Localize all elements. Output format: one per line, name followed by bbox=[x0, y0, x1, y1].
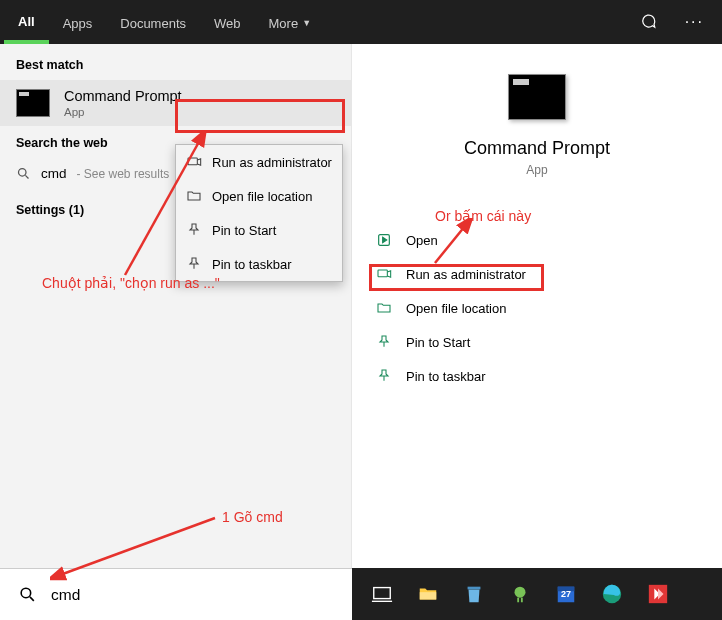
pin-icon bbox=[376, 334, 392, 350]
svg-rect-13 bbox=[521, 598, 523, 603]
svg-rect-2 bbox=[188, 158, 197, 165]
tab-web-label: Web bbox=[214, 16, 241, 31]
ctx-pin-to-taskbar[interactable]: Pin to taskbar bbox=[176, 247, 342, 281]
feedback-button[interactable] bbox=[625, 0, 671, 44]
svg-line-1 bbox=[25, 175, 28, 178]
ctx-pin-start-label: Pin to Start bbox=[212, 223, 276, 238]
top-filter-bar: All Apps Documents Web More ▼ ··· bbox=[0, 0, 722, 44]
open-icon bbox=[376, 232, 392, 248]
ellipsis-icon: ··· bbox=[685, 13, 704, 31]
recycle-bin-button[interactable] bbox=[460, 580, 488, 608]
detail-app-name: Command Prompt bbox=[352, 138, 722, 159]
search-panel: Best match Command Prompt App Search the… bbox=[0, 44, 722, 568]
action-open-label: Open bbox=[406, 233, 438, 248]
best-match-item[interactable]: Command Prompt App bbox=[0, 80, 351, 126]
tab-documents-label: Documents bbox=[120, 16, 186, 31]
action-pin-taskbar-label: Pin to taskbar bbox=[406, 369, 486, 384]
action-pin-start-label: Pin to Start bbox=[406, 335, 470, 350]
cmd-thumbnail-icon bbox=[16, 89, 50, 117]
calendar-date-badge: 27 bbox=[561, 589, 571, 599]
ctx-open-file-location[interactable]: Open file location bbox=[176, 179, 342, 213]
action-open[interactable]: Open bbox=[366, 223, 708, 257]
action-run-as-admin[interactable]: Run as administrator bbox=[366, 257, 708, 291]
tab-documents[interactable]: Documents bbox=[106, 0, 200, 44]
search-icon bbox=[16, 166, 31, 181]
web-query-hint: - See web results bbox=[77, 167, 170, 181]
svg-line-6 bbox=[30, 597, 34, 601]
action-open-loc-label: Open file location bbox=[406, 301, 506, 316]
tab-apps[interactable]: Apps bbox=[49, 0, 107, 44]
tab-apps-label: Apps bbox=[63, 16, 93, 31]
calendar-button[interactable]: 27 bbox=[552, 580, 580, 608]
shield-icon bbox=[376, 266, 392, 282]
search-icon bbox=[18, 585, 37, 604]
action-pin-to-start[interactable]: Pin to Start bbox=[366, 325, 708, 359]
edge-browser-button[interactable] bbox=[598, 580, 626, 608]
best-match-name: Command Prompt bbox=[64, 88, 182, 104]
ctx-open-loc-label: Open file location bbox=[212, 189, 312, 204]
folder-icon bbox=[376, 300, 392, 316]
file-explorer-button[interactable] bbox=[414, 580, 442, 608]
best-match-header: Best match bbox=[0, 44, 351, 80]
best-match-type: App bbox=[64, 106, 182, 118]
svg-rect-12 bbox=[517, 598, 519, 603]
chevron-down-icon: ▼ bbox=[302, 18, 311, 28]
action-open-file-location[interactable]: Open file location bbox=[366, 291, 708, 325]
search-web-header-label: Search the web bbox=[16, 136, 108, 150]
big-thumb-wrap bbox=[352, 44, 722, 120]
web-query-text: cmd bbox=[41, 166, 67, 181]
tab-more[interactable]: More ▼ bbox=[255, 0, 326, 44]
ctx-pin-to-start[interactable]: Pin to Start bbox=[176, 213, 342, 247]
cmd-large-icon bbox=[508, 74, 566, 120]
svg-rect-10 bbox=[468, 587, 481, 590]
detail-app-type: App bbox=[352, 163, 722, 177]
pin-icon bbox=[376, 368, 392, 384]
detail-actions: Open Run as administrator Open file loca… bbox=[352, 177, 722, 393]
tab-more-label: More bbox=[269, 16, 299, 31]
folder-icon bbox=[186, 188, 202, 204]
ctx-run-as-admin-label: Run as administrator bbox=[212, 155, 332, 170]
svg-rect-7 bbox=[374, 588, 391, 599]
ctx-pin-taskbar-label: Pin to taskbar bbox=[212, 257, 292, 272]
task-view-button[interactable] bbox=[368, 580, 396, 608]
shield-icon bbox=[186, 154, 202, 170]
more-options-button[interactable]: ··· bbox=[671, 0, 718, 44]
svg-point-11 bbox=[515, 587, 526, 598]
ctx-run-as-admin[interactable]: Run as administrator bbox=[176, 145, 342, 179]
right-details-column: Command Prompt App Open Run as administr… bbox=[352, 44, 722, 568]
tab-all[interactable]: All bbox=[4, 0, 49, 44]
action-run-admin-label: Run as administrator bbox=[406, 267, 526, 282]
search-input[interactable] bbox=[51, 586, 334, 604]
action-pin-to-taskbar[interactable]: Pin to taskbar bbox=[366, 359, 708, 393]
context-menu: Run as administrator Open file location … bbox=[175, 144, 343, 282]
left-results-column: Best match Command Prompt App Search the… bbox=[0, 44, 352, 568]
svg-point-5 bbox=[21, 588, 31, 598]
search-bar[interactable] bbox=[0, 568, 352, 620]
svg-rect-4 bbox=[378, 270, 387, 277]
windows-taskbar: 27 bbox=[352, 568, 722, 620]
pin-icon bbox=[186, 256, 202, 272]
tab-web[interactable]: Web bbox=[200, 0, 255, 44]
android-studio-button[interactable] bbox=[506, 580, 534, 608]
pin-icon bbox=[186, 222, 202, 238]
tab-all-label: All bbox=[18, 14, 35, 29]
svg-rect-9 bbox=[420, 592, 437, 599]
anydesk-button[interactable] bbox=[644, 580, 672, 608]
svg-point-0 bbox=[19, 169, 27, 177]
